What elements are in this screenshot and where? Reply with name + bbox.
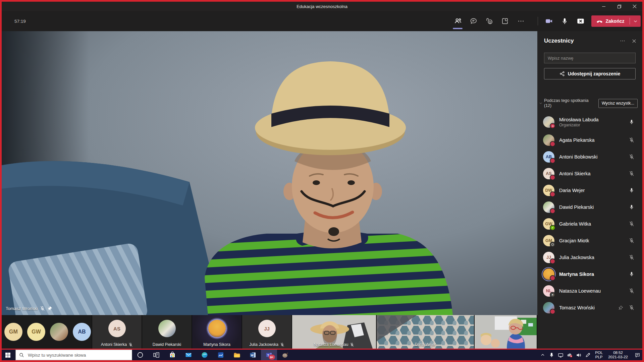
toolbar-icons [450, 11, 529, 31]
panel-close-button[interactable] [628, 35, 640, 47]
muted-mic-icon[interactable] [629, 137, 634, 143]
mic-on-icon[interactable] [629, 204, 634, 210]
tile-name: Daria Wejer [415, 342, 436, 347]
tile-dawid-piekarski[interactable]: Dawid Piekarski [142, 315, 192, 349]
tile-antoni-skierka[interactable]: AS Antoni Skierka [92, 315, 142, 349]
whiteboard-app-button[interactable] [213, 350, 229, 360]
pin-icon[interactable] [618, 305, 623, 310]
participant-row[interactable]: Tomasz Wroński [537, 299, 642, 316]
mic-on-icon[interactable] [629, 272, 634, 277]
more-options-button[interactable] [513, 11, 529, 31]
tray-language-indicator[interactable]: POL PLP [592, 351, 605, 359]
tile-name: Julia Jackowska [249, 342, 278, 347]
tray-display-icon[interactable] [556, 350, 565, 360]
muted-mic-icon[interactable] [629, 255, 634, 260]
presence-badge [550, 225, 555, 231]
mic-on-icon[interactable] [629, 119, 634, 125]
participant-row[interactable]: JJ Julia Jackowska [537, 249, 642, 266]
participant-row[interactable]: AB Antoni Bobkowski [537, 148, 642, 165]
chat-button[interactable] [466, 11, 481, 31]
section-collapse-chevron[interactable] [537, 102, 544, 105]
presence-badge [550, 309, 555, 314]
presence-badge [550, 258, 555, 264]
tray-pen-icon[interactable] [583, 350, 592, 360]
mail-button[interactable] [180, 350, 197, 360]
participants-panel: Uczestnicy Udostępnij zaproszenie [537, 31, 642, 349]
tray-onedrive-error-icon[interactable] [565, 350, 574, 360]
filmstrip-avatar[interactable]: AB [73, 323, 91, 341]
filmstrip-avatar[interactable] [50, 323, 68, 341]
participant-row[interactable]: AS Antoni Skierka [537, 165, 642, 182]
hangup-icon [596, 18, 603, 24]
cortana-button[interactable] [132, 350, 148, 360]
participant-row[interactable]: Mirosława Labuda Organizator [537, 112, 642, 132]
task-view-button[interactable] [148, 350, 164, 360]
microsoft-store-icon [169, 351, 176, 359]
tray-volume-icon[interactable] [574, 350, 583, 360]
taskbar-search-input[interactable] [27, 352, 126, 358]
taskbar-search[interactable] [15, 350, 132, 360]
share-invite-button[interactable]: Udostępnij zaproszenie [544, 68, 636, 79]
end-call-options-button[interactable] [630, 19, 641, 23]
mute-all-button[interactable]: Wycisz wszystk... [598, 99, 638, 108]
avatar [158, 320, 176, 337]
avatar-speaking [208, 320, 226, 337]
filmstrip-avatar[interactable]: GM [4, 323, 22, 341]
tray-clock[interactable]: 08:52 2021-03-22 [605, 351, 631, 359]
participant-row[interactable]: NL Natasza Loewenau [537, 283, 642, 299]
minimize-button[interactable] [596, 2, 611, 11]
breakout-rooms-button[interactable] [497, 11, 513, 31]
participant-search-input[interactable] [544, 53, 636, 63]
gimp-button[interactable] [277, 350, 293, 360]
mail-icon [185, 351, 192, 359]
muted-mic-icon[interactable] [629, 221, 634, 227]
participant-row[interactable]: GW Gabriela Witka [537, 216, 642, 232]
restore-icon [617, 4, 622, 9]
pinned-participant-label: Tomasz Wroński [6, 306, 52, 311]
participant-row[interactable]: Dawid Piekarski [537, 199, 642, 216]
stop-share-button[interactable] [573, 11, 588, 31]
camera-button[interactable] [541, 11, 557, 31]
participant-name: Martyna Sikora [559, 272, 629, 277]
muted-mic-icon[interactable] [629, 154, 634, 160]
participant-row[interactable]: Agata Piekarska [537, 132, 642, 148]
participants-button[interactable] [450, 11, 466, 31]
pinned-video-tomasz[interactable] [2, 31, 537, 315]
word-button[interactable]: W [245, 350, 261, 360]
tile-julia-jackowska[interactable]: JJ Julia Jackowska [242, 315, 291, 349]
tile-daria-wejer-video[interactable]: Daria Wejer [377, 315, 474, 349]
edge-button[interactable] [197, 350, 213, 360]
participant-row[interactable]: DW Daria Wejer [537, 182, 642, 199]
file-explorer-button[interactable] [229, 350, 245, 360]
tile-teacher-video[interactable] [475, 315, 537, 349]
tray-mic-icon[interactable] [547, 350, 556, 360]
participant-row[interactable]: GM Gracjan Miotk [537, 232, 642, 249]
breakout-rooms-icon [501, 17, 509, 25]
tray-chevron-up[interactable] [538, 350, 547, 360]
start-button[interactable] [0, 350, 15, 360]
avatar: JJ [258, 320, 276, 337]
participants-icon [454, 17, 462, 25]
muted-mic-icon[interactable] [629, 238, 634, 243]
panel-title: Uczestnicy [544, 38, 617, 44]
window-title: Edukacja wczesnoszkolna [297, 4, 347, 9]
close-button[interactable] [627, 2, 642, 11]
reactions-button[interactable] [481, 11, 497, 31]
tile-natasza-loewenau-video[interactable]: Natasza Loewenau [292, 315, 376, 349]
panel-more-button[interactable] [617, 35, 628, 47]
mic-button[interactable] [557, 11, 573, 31]
muted-mic-icon[interactable] [629, 171, 634, 176]
restore-button[interactable] [611, 2, 627, 11]
end-call-button[interactable]: Zakończ [591, 15, 641, 27]
microsoft-store-button[interactable] [164, 350, 180, 360]
muted-mic-icon[interactable] [629, 288, 634, 294]
teams-notification-badge: 9+ [269, 355, 275, 360]
action-center-button[interactable] [631, 350, 644, 360]
tile-martyna-sikora[interactable]: Martyna Sikora [192, 315, 241, 349]
filmstrip-avatar[interactable]: GW [27, 323, 45, 341]
teams-button[interactable]: T 9+ [261, 350, 277, 360]
mic-on-icon[interactable] [629, 188, 634, 193]
capture-border-line [0, 349, 644, 350]
participant-row[interactable]: Martyna Sikora [537, 266, 642, 283]
muted-mic-icon[interactable] [629, 305, 634, 310]
